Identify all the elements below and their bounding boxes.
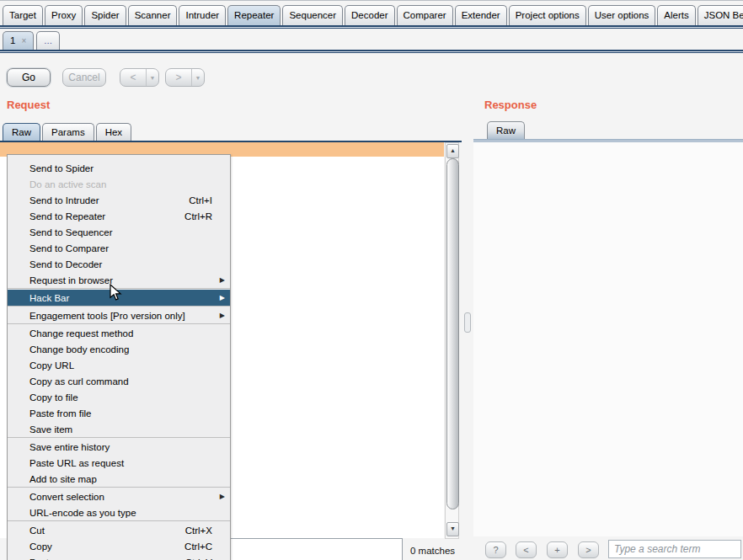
main-tab-label: JSON Beautifier <box>704 10 743 20</box>
scroll-down-icon[interactable]: ▼ <box>446 522 459 536</box>
menu-item-shortcut: Ctrl+V <box>185 557 212 560</box>
main-tab-label: Project options <box>516 10 580 20</box>
context-menu-item[interactable]: Send to Intruder Ctrl+I <box>8 192 230 208</box>
context-menu-item[interactable]: Copy Ctrl+C <box>8 538 230 554</box>
context-menu-item[interactable]: Paste from file <box>8 405 230 421</box>
repeater-tab-bar: 1× ... <box>3 29 62 50</box>
help-button[interactable]: ? <box>485 541 506 558</box>
more-tabs-label: ... <box>44 35 52 45</box>
main-tab[interactable]: Intruder <box>179 5 226 25</box>
main-tab[interactable]: Spider <box>84 5 126 25</box>
main-tab-label: Scanner <box>135 10 171 20</box>
tabbar-underline <box>0 25 743 29</box>
main-tab[interactable]: Target <box>3 5 43 25</box>
context-menu-item[interactable]: Paste URL as request <box>8 455 230 471</box>
context-menu: Send to Spider Do an active scan Send to… <box>7 154 231 560</box>
menu-item-label: Paste <box>29 557 185 560</box>
main-tab-label: Spider <box>91 10 119 20</box>
main-tab-label: Intruder <box>185 10 219 20</box>
context-menu-item[interactable]: Cut Ctrl+X <box>8 522 230 538</box>
context-menu-item[interactable]: Add to site map <box>8 471 230 488</box>
scrollbar-thumb[interactable] <box>446 158 459 509</box>
context-menu-item[interactable]: Change request method <box>8 325 230 341</box>
request-editor-tab[interactable]: Params <box>42 123 94 141</box>
context-menu-item[interactable]: Engagement tools [Pro version only] ▶ <box>8 307 230 324</box>
main-tab[interactable]: Scanner <box>128 5 178 25</box>
main-tab[interactable]: Decoder <box>345 5 394 25</box>
context-menu-item[interactable]: Copy URL <box>8 357 230 373</box>
scroll-up-icon[interactable]: ▲ <box>446 144 459 158</box>
context-menu-item[interactable]: Change body encoding <box>8 341 230 357</box>
menu-item-label: Copy to file <box>29 392 212 403</box>
menu-item-label: Send to Decoder <box>29 259 212 269</box>
main-tab-bar: Target Proxy Spider Scanner Intruder Rep… <box>0 3 743 25</box>
context-menu-item[interactable]: URL-encode as you type <box>8 504 230 521</box>
context-menu-item[interactable]: Send to Spider <box>8 160 230 176</box>
menu-item-label: Save entire history <box>29 442 212 452</box>
request-scrollbar[interactable]: ▲ ▼ <box>445 142 459 539</box>
response-tab-raw[interactable]: Raw <box>487 121 525 139</box>
menu-item-label: Engagement tools [Pro version only] <box>29 311 212 321</box>
context-menu-item[interactable]: Save entire history <box>8 439 230 455</box>
next-match-button[interactable]: > <box>578 541 599 558</box>
context-menu-item[interactable]: Send to Repeater Ctrl+R <box>8 208 230 224</box>
response-viewer[interactable] <box>473 142 743 536</box>
context-menu-item[interactable]: Send to Comparer <box>8 240 230 256</box>
menu-item-label: Send to Repeater <box>29 211 184 221</box>
menu-item-shortcut: Ctrl+X <box>185 525 212 536</box>
context-menu-item[interactable]: Copy as curl command <box>8 373 230 389</box>
menu-item-label: Copy URL <box>29 360 212 371</box>
back-arrow-icon[interactable]: < <box>120 69 146 86</box>
request-editor-tab-label: Params <box>51 127 85 137</box>
back-dropdown-icon[interactable]: ▼ <box>146 69 158 86</box>
main-tab[interactable]: Repeater <box>227 5 281 25</box>
request-editor-tabs: Raw Params Hex <box>3 121 133 141</box>
menu-item-label: Convert selection <box>29 492 212 502</box>
forward-dropdown-icon[interactable]: ▼ <box>191 69 204 86</box>
prev-match-button[interactable]: < <box>516 541 537 558</box>
repeater-tabbar-underline <box>0 50 743 53</box>
mouse-cursor-icon <box>110 284 122 305</box>
close-icon[interactable]: × <box>21 36 26 45</box>
main-tab-label: Repeater <box>234 10 274 20</box>
request-editor-tab[interactable]: Raw <box>3 123 40 141</box>
menu-item-shortcut: Ctrl+I <box>189 195 212 205</box>
request-editor-tab-label: Raw <box>12 127 31 137</box>
response-title: Response <box>484 99 537 111</box>
main-tab[interactable]: JSON Beautifier <box>698 5 743 25</box>
context-menu-item[interactable]: Send to Decoder <box>8 256 230 272</box>
forward-arrow-icon[interactable]: > <box>166 69 191 86</box>
menu-item-label: URL-encode as you type <box>29 508 212 518</box>
response-search-input[interactable] <box>608 540 741 558</box>
main-tab-label: Decoder <box>351 10 388 20</box>
context-menu-item[interactable]: Paste Ctrl+V <box>8 554 230 560</box>
back-button[interactable]: < ▼ <box>120 68 159 87</box>
context-menu-item[interactable]: Save item <box>8 421 230 438</box>
panel-splitter-handle[interactable] <box>464 312 471 333</box>
repeater-tab-1[interactable]: 1× <box>3 31 34 50</box>
main-tab[interactable]: Comparer <box>397 5 453 25</box>
add-match-button[interactable]: + <box>547 541 568 558</box>
submenu-arrow-icon: ▶ <box>216 493 225 500</box>
main-tab-label: Target <box>9 10 36 20</box>
repeater-tab-label: 1 <box>10 35 15 45</box>
context-menu-item[interactable]: Copy to file <box>8 389 230 405</box>
menu-item-label: Send to Spider <box>29 163 212 173</box>
submenu-arrow-icon: ▶ <box>216 312 225 319</box>
main-tab[interactable]: Proxy <box>45 5 83 25</box>
repeater-tab-more[interactable]: ... <box>36 31 60 50</box>
main-tab[interactable]: Sequencer <box>282 5 343 25</box>
context-menu-item[interactable]: Do an active scan <box>8 176 230 192</box>
menu-item-label: Do an active scan <box>29 179 212 189</box>
request-editor-tab[interactable]: Hex <box>96 123 131 141</box>
menu-item-shortcut: Ctrl+C <box>184 541 212 552</box>
main-tab[interactable]: Alerts <box>657 5 695 25</box>
main-tab[interactable]: Project options <box>509 5 586 25</box>
forward-button[interactable]: > ▼ <box>165 68 205 87</box>
main-tab[interactable]: Extender <box>455 5 507 25</box>
context-menu-item[interactable]: Convert selection ▶ <box>8 488 230 504</box>
go-button[interactable]: Go <box>7 68 51 87</box>
context-menu-item[interactable]: Send to Sequencer <box>8 224 230 240</box>
main-tab[interactable]: User options <box>588 5 656 25</box>
cancel-button[interactable]: Cancel <box>62 68 106 87</box>
